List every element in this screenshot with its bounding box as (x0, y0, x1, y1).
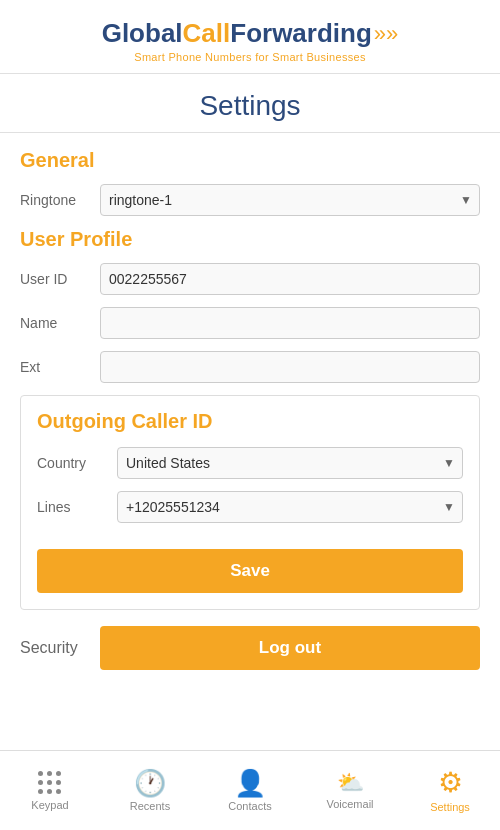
nav-voicemail-label: Voicemail (326, 798, 373, 810)
logo-forwarding-text: Forwarding (230, 18, 372, 49)
ringtone-select-wrapper: ringtone-1 ringtone-2 ringtone-3 ▼ (100, 184, 480, 216)
header: Global Call Forwarding »» Smart Phone Nu… (0, 0, 500, 74)
caller-id-box: Outgoing Caller ID Country United States… (20, 395, 480, 610)
name-row: Name (20, 307, 480, 339)
ext-input[interactable] (100, 351, 480, 383)
nav-item-voicemail[interactable]: ⛅ Voicemail (320, 772, 380, 810)
page-title: Settings (0, 74, 500, 133)
settings-gear-icon: ⚙ (438, 769, 463, 797)
nav-settings-label: Settings (430, 801, 470, 813)
logo-arrows-icon: »» (374, 21, 398, 47)
voicemail-icon: ⛅ (337, 772, 364, 794)
logo: Global Call Forwarding »» (102, 18, 399, 49)
logo-tagline: Smart Phone Numbers for Smart Businesses (134, 51, 365, 63)
lines-select-wrapper: +12025551234 ▼ (117, 491, 463, 523)
nav-recents-label: Recents (130, 800, 170, 812)
logo-global-text: Global (102, 18, 183, 49)
nav-item-settings[interactable]: ⚙ Settings (420, 769, 480, 813)
ringtone-row: Ringtone ringtone-1 ringtone-2 ringtone-… (20, 184, 480, 216)
nav-item-recents[interactable]: 🕐 Recents (120, 770, 180, 812)
ext-row: Ext (20, 351, 480, 383)
nav-item-contacts[interactable]: 👤 Contacts (220, 770, 280, 812)
save-button[interactable]: Save (37, 549, 463, 593)
user-id-input[interactable] (100, 263, 480, 295)
logo-call-text: Call (183, 18, 231, 49)
ringtone-select[interactable]: ringtone-1 ringtone-2 ringtone-3 (100, 184, 480, 216)
contacts-icon: 👤 (234, 770, 266, 796)
nav-contacts-label: Contacts (228, 800, 271, 812)
ringtone-label: Ringtone (20, 192, 100, 208)
security-row: Security Log out (20, 626, 480, 670)
main-content: General Ringtone ringtone-1 ringtone-2 r… (0, 133, 500, 750)
recents-icon: 🕐 (134, 770, 166, 796)
caller-id-section-title: Outgoing Caller ID (37, 410, 463, 433)
logout-button[interactable]: Log out (100, 626, 480, 670)
ext-label: Ext (20, 359, 100, 375)
user-profile-section-title: User Profile (20, 228, 480, 251)
lines-label: Lines (37, 499, 117, 515)
lines-row: Lines +12025551234 ▼ (37, 491, 463, 523)
bottom-nav: Keypad 🕐 Recents 👤 Contacts ⛅ Voicemail … (0, 750, 500, 830)
name-input[interactable] (100, 307, 480, 339)
name-label: Name (20, 315, 100, 331)
country-select[interactable]: United States Canada United Kingdom (117, 447, 463, 479)
nav-keypad-label: Keypad (31, 799, 68, 811)
keypad-icon (38, 771, 62, 795)
user-id-label: User ID (20, 271, 100, 287)
user-id-row: User ID (20, 263, 480, 295)
general-section-title: General (20, 149, 480, 172)
country-select-wrapper: United States Canada United Kingdom ▼ (117, 447, 463, 479)
nav-item-keypad[interactable]: Keypad (20, 771, 80, 811)
country-row: Country United States Canada United King… (37, 447, 463, 479)
security-label: Security (20, 639, 100, 657)
country-label: Country (37, 455, 117, 471)
lines-select[interactable]: +12025551234 (117, 491, 463, 523)
